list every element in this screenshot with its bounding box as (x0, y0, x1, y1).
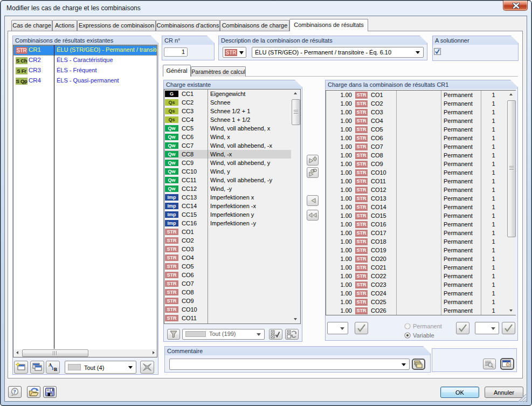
svg-text:?: ? (13, 389, 16, 395)
svg-text:B: B (54, 367, 57, 372)
